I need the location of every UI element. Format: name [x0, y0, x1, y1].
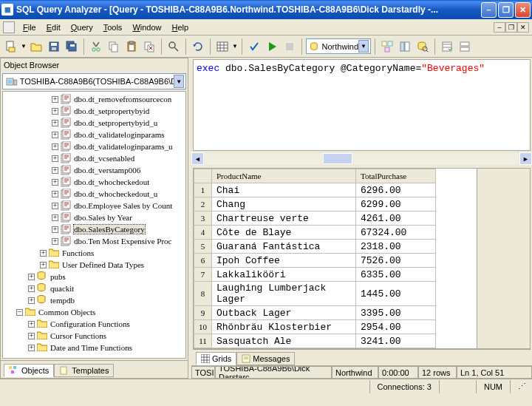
expand-icon[interactable]: + — [28, 345, 35, 351]
new-query-dropdown[interactable]: ▼ — [21, 43, 27, 50]
save-button[interactable] — [46, 38, 62, 55]
options-button[interactable] — [439, 38, 455, 55]
tree-node[interactable]: +User Defined Data Types — [3, 259, 185, 271]
expand-icon[interactable]: + — [28, 297, 35, 304]
expand-icon[interactable]: + — [28, 333, 35, 339]
tree-node[interactable]: +dbo.dt_setpropertybyid — [3, 105, 185, 117]
estimated-plan-button[interactable] — [379, 38, 395, 55]
save-all-button[interactable] — [64, 38, 80, 55]
paste-button[interactable] — [123, 38, 140, 55]
cut-button[interactable] — [88, 38, 104, 55]
expand-icon[interactable]: + — [28, 285, 35, 292]
execute-mode-dropdown[interactable]: ▼ — [232, 43, 238, 50]
menu-tools[interactable]: Tools — [98, 21, 128, 33]
results-grid[interactable]: ProductName TotalPurchase 1Chai6296.002C… — [194, 169, 436, 348]
mdi-restore-button[interactable]: ❐ — [505, 22, 517, 33]
maximize-button[interactable]: ❐ — [498, 2, 514, 18]
expand-icon[interactable]: + — [28, 274, 35, 280]
parse-button[interactable] — [246, 38, 262, 55]
tree-node[interactable]: +dbo.dt_validateloginparams_u — [3, 141, 185, 152]
tree-node[interactable]: −Common Objects — [3, 306, 185, 318]
table-row[interactable]: 4Côte de Blaye67324.00 — [194, 226, 436, 240]
tree-node[interactable]: +dbo.dt_whocheckedout_u — [3, 188, 185, 200]
tree-node[interactable]: +dbo.dt_removefromsourcecon — [3, 93, 185, 105]
undo-button[interactable] — [190, 38, 206, 55]
show-results-button[interactable] — [457, 38, 473, 55]
expand-icon[interactable]: + — [52, 120, 58, 126]
tree-node[interactable]: +dbo.Employee Sales by Count — [3, 200, 185, 212]
expand-icon[interactable]: + — [52, 179, 58, 186]
tree-node[interactable]: +Configuration Functions — [3, 318, 185, 330]
expand-icon[interactable]: + — [52, 191, 58, 197]
tree-node[interactable]: +dbo.Ten Most Expensive Proc — [3, 235, 185, 247]
object-tree[interactable]: +dbo.dt_removefromsourcecon+dbo.dt_setpr… — [2, 91, 186, 359]
table-row[interactable]: 8Laughing Lumberjack Lager1445.00 — [194, 282, 436, 306]
tree-node[interactable]: +quackit — [3, 282, 185, 294]
table-row[interactable]: 3Chartreuse verte4261.00 — [194, 212, 436, 226]
tree-node[interactable]: +dbo.dt_validateloginparams — [3, 129, 185, 141]
new-query-button[interactable] — [3, 38, 19, 55]
grid-header-productname[interactable]: ProductName — [212, 169, 356, 183]
menu-window[interactable]: Window — [127, 21, 166, 33]
tab-messages[interactable]: Messages — [236, 352, 295, 365]
clear-button[interactable] — [141, 38, 157, 55]
expand-icon[interactable]: + — [52, 108, 58, 115]
expand-icon[interactable]: + — [52, 155, 58, 162]
minimize-button[interactable]: – — [481, 2, 497, 18]
expand-icon[interactable]: + — [28, 321, 35, 328]
query-editor[interactable]: exec dbo.SalesByCategory @CategoryName="… — [193, 59, 531, 151]
tree-node[interactable]: +tempdb — [3, 294, 185, 306]
database-combo[interactable]: Northwind ▼ — [306, 38, 371, 54]
tab-grids[interactable]: Grids — [196, 352, 236, 365]
expand-icon[interactable]: + — [52, 226, 58, 233]
tab-templates[interactable]: Templates — [54, 364, 114, 377]
table-row[interactable]: 7Lakkalikööri6335.00 — [194, 268, 436, 282]
table-row[interactable]: 6Ipoh Coffee7526.00 — [194, 254, 436, 268]
execute-button[interactable] — [264, 38, 280, 55]
table-row[interactable]: 1Chai6296.00 — [194, 183, 436, 197]
tree-node[interactable]: +dbo.dt_setpropertybyid_u — [3, 117, 185, 129]
find-button[interactable] — [166, 38, 182, 55]
expand-icon[interactable]: + — [52, 96, 58, 103]
table-row[interactable]: 2Chang6299.00 — [194, 197, 436, 212]
table-row[interactable]: 11Sasquatch Ale3241.00 — [194, 334, 436, 348]
grid-header-totalpurchase[interactable]: TotalPurchase — [356, 169, 436, 183]
expand-icon[interactable]: + — [52, 203, 58, 209]
scroll-left-button[interactable]: ◄ — [191, 152, 204, 165]
expand-icon[interactable]: + — [40, 262, 47, 268]
tree-node[interactable]: +pubs — [3, 271, 185, 282]
menu-edit[interactable]: Edit — [41, 21, 66, 33]
mdi-minimize-button[interactable]: – — [494, 22, 505, 33]
tree-node[interactable]: +dbo.SalesByCategory — [3, 223, 185, 235]
tree-node[interactable]: +Cursor Functions — [3, 330, 185, 342]
expand-icon[interactable]: − — [16, 309, 23, 316]
expand-icon[interactable]: + — [52, 167, 58, 174]
object-search-button[interactable] — [415, 38, 431, 55]
tree-node[interactable]: +dbo.dt_vcsenabled — [3, 152, 185, 164]
table-row[interactable]: 10Rhönbräu Klosterbier2954.00 — [194, 320, 436, 334]
expand-icon[interactable]: + — [52, 214, 58, 221]
mdi-close-button[interactable]: ✕ — [517, 22, 529, 33]
tab-objects[interactable]: Objects — [4, 364, 54, 377]
query-h-scrollbar[interactable]: ◄ ► — [191, 152, 532, 165]
grid-header-rownum[interactable] — [194, 169, 212, 183]
menu-query[interactable]: Query — [66, 21, 98, 33]
copy-button[interactable] — [106, 38, 122, 55]
close-button[interactable]: ✕ — [515, 2, 531, 18]
scroll-right-button[interactable]: ► — [519, 152, 532, 165]
open-button[interactable] — [28, 38, 44, 55]
menu-help[interactable]: Help — [167, 21, 194, 33]
tree-node[interactable]: +Date and Time Functions — [3, 342, 185, 353]
tree-node[interactable]: +dbo.dt_whocheckedout — [3, 176, 185, 188]
table-row[interactable]: 5Guaraná Fantástica2318.00 — [194, 240, 436, 254]
expand-icon[interactable]: + — [52, 143, 58, 150]
tree-node[interactable]: +dbo.dt_verstamp006 — [3, 164, 185, 176]
stop-button[interactable] — [282, 38, 298, 55]
expand-icon[interactable]: + — [52, 132, 58, 138]
menu-file[interactable]: File — [18, 21, 41, 33]
expand-icon[interactable]: + — [40, 250, 47, 257]
tree-node[interactable]: +Functions — [3, 247, 185, 259]
tree-node[interactable]: +dbo.Sales by Year — [3, 212, 185, 223]
server-combo[interactable]: TOSHIBA-C88A9B6(TOSHIBA-C88A9B6\D ▼ — [2, 73, 186, 89]
expand-icon[interactable]: + — [52, 238, 58, 245]
